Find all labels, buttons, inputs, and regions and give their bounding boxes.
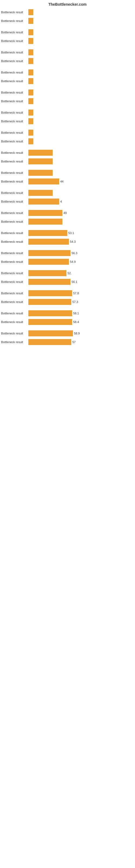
result-bar — [28, 310, 72, 316]
result-bar — [28, 279, 71, 285]
table-row: Bottleneck result — [0, 88, 135, 97]
result-value: 56.1 — [72, 280, 77, 283]
result-label: Bottleneck result — [0, 332, 28, 335]
result-bar — [28, 339, 71, 345]
result-value: 53.1 — [68, 231, 74, 235]
table-row: Bottleneck result — [0, 57, 135, 65]
result-label: Bottleneck result — [0, 71, 28, 74]
result-value: 58.1 — [73, 312, 79, 315]
result-label: Bottleneck result — [0, 320, 28, 323]
result-value: 52. — [68, 272, 72, 275]
table-row: Bottleneck result — [0, 48, 135, 56]
result-value: 57 — [72, 340, 76, 344]
table-row: Bottleneck result — [0, 97, 135, 105]
result-bar — [28, 110, 33, 116]
result-label: Bottleneck result — [0, 80, 28, 83]
result-bar — [28, 130, 33, 135]
result-value: 54.9 — [70, 260, 76, 264]
result-label: Bottleneck result — [0, 191, 28, 194]
result-bar — [28, 78, 33, 84]
result-label: Bottleneck result — [0, 39, 28, 42]
result-bar — [28, 58, 33, 64]
result-label: Bottleneck result — [0, 200, 28, 203]
result-bar — [28, 319, 72, 325]
result-label: Bottleneck result — [0, 91, 28, 94]
result-value: 57.8 — [73, 291, 79, 295]
table-row: Bottleneck result — [0, 28, 135, 36]
result-bar — [28, 98, 33, 104]
result-label: Bottleneck result — [0, 291, 28, 295]
result-label: Bottleneck result — [0, 59, 28, 63]
table-row: Bottleneck result — [0, 169, 135, 177]
table-row: Bottleneck result — [0, 157, 135, 165]
result-bar — [28, 270, 66, 276]
result-bar — [28, 118, 33, 124]
table-row: Bottleneck result — [0, 218, 135, 226]
result-bar — [28, 230, 67, 236]
result-label: Bottleneck result — [0, 272, 28, 275]
result-bar — [28, 239, 69, 245]
result-label: Bottleneck result — [0, 131, 28, 134]
table-row: Bottleneck result4 — [0, 197, 135, 206]
result-label: Bottleneck result — [0, 151, 28, 154]
result-bar — [28, 50, 33, 55]
table-row: Bottleneck result58.9 — [0, 329, 135, 337]
table-row: Bottleneck result56.3 — [0, 249, 135, 257]
result-bar — [28, 38, 33, 44]
table-row: Bottleneck result53.1 — [0, 229, 135, 237]
result-bar — [28, 290, 72, 296]
table-row: Bottleneck result — [0, 17, 135, 25]
result-label: Bottleneck result — [0, 260, 28, 264]
result-label: Bottleneck result — [0, 211, 28, 215]
result-bar — [28, 250, 71, 256]
table-row: Bottleneck result49 — [0, 209, 135, 217]
table-row: Bottleneck result54.9 — [0, 258, 135, 266]
table-row: Bottleneck result — [0, 8, 135, 16]
table-row: Bottleneck result — [0, 108, 135, 117]
result-label: Bottleneck result — [0, 140, 28, 143]
table-row: Bottleneck result — [0, 129, 135, 137]
table-row: Bottleneck result57 — [0, 338, 135, 346]
result-bar — [28, 190, 53, 196]
table-row: Bottleneck result58.4 — [0, 318, 135, 326]
result-value: 57.3 — [72, 300, 78, 304]
result-value: 58.9 — [74, 332, 80, 335]
result-bar — [28, 158, 53, 164]
result-label: Bottleneck result — [0, 180, 28, 183]
table-row: Bottleneck result54.3 — [0, 238, 135, 246]
table-row: Bottleneck result44 — [0, 177, 135, 186]
result-label: Bottleneck result — [0, 240, 28, 243]
result-bar — [28, 138, 33, 144]
result-bar — [28, 170, 53, 176]
result-value: 58.4 — [73, 320, 79, 323]
result-label: Bottleneck result — [0, 120, 28, 123]
result-bar — [28, 18, 33, 24]
result-label: Bottleneck result — [0, 300, 28, 304]
result-bar — [28, 330, 73, 336]
result-label: Bottleneck result — [0, 280, 28, 283]
result-value: 4 — [60, 200, 62, 203]
result-label: Bottleneck result — [0, 99, 28, 103]
result-bar — [28, 69, 33, 75]
result-bar — [28, 29, 33, 35]
result-bar — [28, 179, 59, 184]
table-row: Bottleneck result — [0, 37, 135, 45]
table-row: Bottleneck result — [0, 137, 135, 145]
result-bar — [28, 198, 59, 205]
table-row: Bottleneck result — [0, 189, 135, 197]
result-bar — [28, 90, 33, 95]
result-label: Bottleneck result — [0, 31, 28, 34]
result-label: Bottleneck result — [0, 340, 28, 344]
result-label: Bottleneck result — [0, 160, 28, 163]
result-label: Bottleneck result — [0, 111, 28, 114]
site-title: TheBottlenecker.com — [0, 0, 135, 8]
result-label: Bottleneck result — [0, 231, 28, 235]
table-row: Bottleneck result57.8 — [0, 289, 135, 297]
result-value: 44 — [60, 180, 63, 183]
result-label: Bottleneck result — [0, 10, 28, 14]
result-value: 49 — [63, 211, 67, 215]
table-row: Bottleneck result56.1 — [0, 278, 135, 286]
table-row: Bottleneck result — [0, 117, 135, 125]
table-row: Bottleneck result58.1 — [0, 309, 135, 317]
result-bar — [28, 299, 71, 305]
